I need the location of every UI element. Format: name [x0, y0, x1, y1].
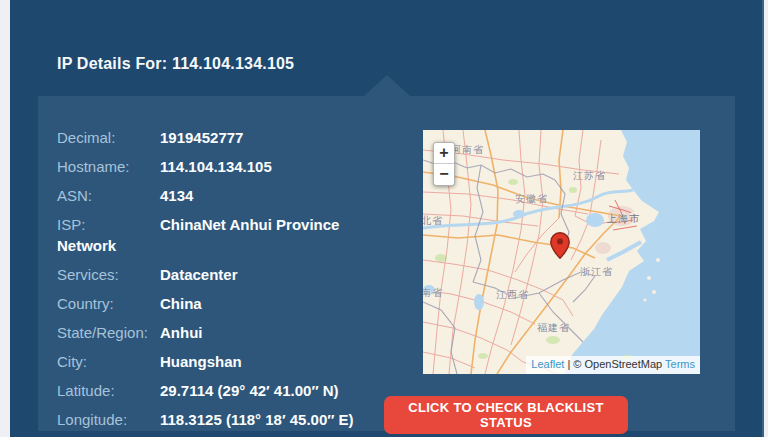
hero-section: IP Details For: 114.104.134.105 Decimal:…: [10, 0, 764, 437]
detail-row-hostname: Hostname:114.104.134.105: [57, 156, 387, 177]
map-zoom-in-button[interactable]: +: [434, 143, 454, 164]
detail-label: State/Region:: [57, 322, 160, 343]
map-label-anhui: 安徽省: [515, 192, 548, 206]
detail-value: 118.3125 (118° 18′ 45.00″ E): [160, 411, 354, 428]
page-title-label: IP Details For:: [57, 55, 167, 72]
leaflet-link[interactable]: Leaflet: [531, 358, 564, 370]
detail-value: 29.7114 (29° 42′ 41.00″ N): [160, 382, 339, 399]
detail-value: Datacenter: [160, 266, 238, 283]
detail-value: 114.104.134.105: [160, 158, 272, 175]
map-container[interactable]: 河南省 江苏省 安徽省 湖北省 上海市 浙江省 湖南省 江西省 福建省 + − …: [423, 130, 700, 374]
map-marker-icon[interactable]: [550, 232, 570, 259]
detail-label: City:: [57, 351, 160, 372]
map-label-jiangsu: 江苏省: [573, 169, 606, 183]
map-label-hubei: 湖北省: [423, 214, 443, 228]
map-label-hunan: 湖南省: [423, 286, 443, 300]
map-label-fujian: 福建省: [537, 321, 570, 335]
map-label-henan: 河南省: [451, 143, 484, 157]
detail-row-country: Country:China: [57, 293, 387, 314]
detail-value: China: [160, 295, 202, 312]
detail-value: 1919452777: [160, 129, 243, 146]
map-attribution: Leaflet | © OpenStreetMap Terms: [526, 356, 700, 374]
attribution-text: | © OpenStreetMap: [567, 358, 662, 370]
detail-row-asn: ASN:4134: [57, 185, 387, 206]
detail-label: ISP:: [57, 214, 160, 235]
detail-value: 4134: [160, 187, 193, 204]
detail-row-services: Services:Datacenter: [57, 264, 387, 285]
detail-row-longitude: Longitude:118.3125 (118° 18′ 45.00″ E): [57, 409, 387, 430]
map-zoom-control: + −: [433, 142, 455, 186]
page-title-ip: 114.104.134.105: [172, 55, 294, 72]
detail-row-state-region: State/Region:Anhui: [57, 322, 387, 343]
ip-details-list: Decimal:1919452777 Hostname:114.104.134.…: [57, 127, 387, 437]
detail-label: Longitude:: [57, 409, 160, 430]
check-blacklist-button[interactable]: CLICK TO CHECK BLACKLIST STATUS: [384, 396, 628, 434]
detail-value: Anhui: [160, 324, 203, 341]
detail-value: Huangshan: [160, 353, 242, 370]
page-title: IP Details For: 114.104.134.105: [57, 53, 294, 75]
map-label-shanghai: 上海市: [607, 212, 640, 226]
detail-label: Services:: [57, 264, 160, 285]
terms-link[interactable]: Terms: [665, 358, 695, 370]
panel-notch: [364, 75, 410, 96]
detail-label: ASN:: [57, 185, 160, 206]
detail-label: Country:: [57, 293, 160, 314]
map-label-zhejiang: 浙江省: [580, 265, 613, 279]
ip-details-panel: Decimal:1919452777 Hostname:114.104.134.…: [38, 96, 735, 431]
detail-row-latitude: Latitude:29.7114 (29° 42′ 41.00″ N): [57, 380, 387, 401]
detail-row-city: City:Huangshan: [57, 351, 387, 372]
map-label-jiangxi: 江西省: [496, 288, 529, 302]
detail-label: Decimal:: [57, 127, 160, 148]
map-zoom-out-button[interactable]: −: [434, 164, 454, 185]
detail-row-decimal: Decimal:1919452777: [57, 127, 387, 148]
detail-row-isp: ISP:ChinaNet Anhui Province Network: [57, 214, 387, 256]
detail-label: Hostname:: [57, 156, 160, 177]
detail-label: Latitude:: [57, 380, 160, 401]
